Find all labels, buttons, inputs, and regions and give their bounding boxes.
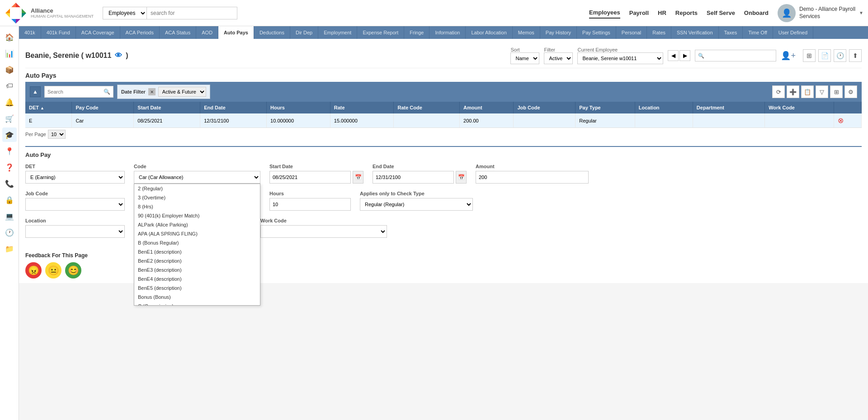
visibility-icon[interactable]: 👁 (115, 52, 122, 60)
global-search-input[interactable] (147, 7, 237, 19)
tab-ssn-verification[interactable]: SSN Verification (671, 26, 718, 39)
tab-pay-history[interactable]: Pay History (540, 26, 577, 39)
applies-select[interactable]: Regular (Regular) (360, 198, 473, 211)
user-dropdown-icon[interactable]: ▼ (859, 10, 863, 15)
amount-input[interactable] (476, 171, 589, 184)
start-date-input[interactable] (269, 171, 351, 184)
grid-view-button[interactable]: ⊞ (803, 49, 816, 62)
tab-dir-dep[interactable]: Dir Dep (290, 26, 318, 39)
table-search-input[interactable] (47, 89, 102, 94)
col-header-det[interactable]: DET ▲ (25, 102, 72, 113)
nav-onboard[interactable]: Onboard (744, 8, 769, 18)
hours-input[interactable] (269, 198, 351, 211)
code-select[interactable]: Car (Car Allowance) (134, 171, 260, 184)
sidebar-archive-icon[interactable]: 📁 (2, 241, 17, 256)
tab-taxes[interactable]: Taxes (719, 26, 743, 39)
col-header-rate-code[interactable]: Rate Code (394, 102, 460, 113)
sidebar-cart-icon[interactable]: 🛒 (2, 111, 17, 126)
dropdown-item[interactable]: BenE3 (description) (134, 265, 260, 274)
feedback-sad-button[interactable]: 😠 (25, 262, 42, 278)
dropdown-item[interactable]: ALPark (Alice Parking) (134, 220, 260, 229)
date-filter-select[interactable]: Active & Future (158, 87, 206, 97)
sidebar-phone-icon[interactable]: 📞 (2, 176, 17, 191)
tab-401k[interactable]: 401k (19, 26, 41, 39)
sidebar-box-icon[interactable]: 📦 (2, 62, 17, 77)
sidebar-monitor-icon[interactable]: 💻 (2, 209, 17, 223)
job-code-select[interactable] (25, 198, 125, 211)
dropdown-item[interactable]: C (Commission) (134, 302, 260, 306)
col-header-hours[interactable]: Hours (267, 102, 330, 113)
nav-reports[interactable]: Reports (675, 8, 698, 18)
location-select[interactable] (25, 225, 125, 238)
date-filter-close-button[interactable]: ✕ (148, 88, 156, 95)
dropdown-item[interactable]: 3 (Overtime) (134, 193, 260, 202)
dropdown-item[interactable]: BenE1 (description) (134, 247, 260, 256)
tab-employment[interactable]: Employment (318, 26, 357, 39)
sidebar-location-icon[interactable]: 📍 (2, 144, 17, 158)
document-view-button[interactable]: 📄 (818, 49, 831, 62)
feedback-happy-button[interactable]: 😊 (65, 262, 81, 278)
tab-aod[interactable]: AOD (196, 26, 218, 39)
table-search-icon[interactable]: 🔍 (104, 89, 110, 95)
nav-payroll[interactable]: Payroll (629, 8, 649, 18)
col-header-pay-code[interactable]: Pay Code (72, 102, 134, 113)
col-header-work-code[interactable]: Work Code (765, 102, 834, 113)
sort-select[interactable]: Name (510, 52, 539, 64)
settings-button[interactable]: ⚙ (844, 85, 857, 98)
export-button[interactable]: 📋 (801, 85, 814, 98)
refresh-table-button[interactable]: ⟳ (772, 85, 785, 98)
col-header-job-code[interactable]: Job Code (514, 102, 576, 113)
sidebar-clock-icon[interactable]: 🕐 (2, 225, 17, 240)
tab-memos[interactable]: Memos (513, 26, 540, 39)
filter-button[interactable]: ▽ (816, 85, 828, 98)
tab-labor-allocation[interactable]: Labor Allocation (466, 26, 512, 39)
tab-aca-periods[interactable]: ACA Periods (120, 26, 160, 39)
tab-aca-status[interactable]: ACA Status (160, 26, 196, 39)
det-select[interactable]: E (Earning) (25, 171, 125, 184)
nav-hr[interactable]: HR (658, 8, 666, 18)
sidebar-tag-icon[interactable]: 🏷 (2, 79, 17, 93)
dropdown-item[interactable]: 90 (401(k) Employer Match) (134, 211, 260, 220)
tab-expense-report[interactable]: Expense Report (357, 26, 404, 39)
next-employee-button[interactable]: ▶ (679, 50, 690, 61)
code-dropdown-open[interactable]: 2 (Regular)3 (Overtime)8 (Hrs)90 (401(k)… (134, 184, 260, 306)
col-header-rate[interactable]: Rate (330, 102, 394, 113)
dropdown-item[interactable]: 2 (Regular) (134, 184, 260, 193)
sidebar-home-icon[interactable]: 🏠 (2, 30, 17, 44)
tab-fringe[interactable]: Fringe (404, 26, 429, 39)
col-header-end-date[interactable]: End Date (200, 102, 267, 113)
tab-401k-fund[interactable]: 401k Fund (41, 26, 76, 39)
add-employee-button[interactable]: 👤+ (781, 51, 796, 61)
dropdown-item[interactable]: APA (ALA SPRING FLING) (134, 229, 260, 238)
collapse-button[interactable]: ▲ (30, 86, 41, 97)
dropdown-item[interactable]: BenE2 (description) (134, 256, 260, 265)
sidebar-lock-icon[interactable]: 🔒 (2, 193, 17, 207)
dropdown-item[interactable]: B (Bonus Regular) (134, 238, 260, 247)
end-date-calendar-button[interactable]: 📅 (456, 171, 467, 184)
work-code-select[interactable] (260, 225, 387, 238)
dropdown-item[interactable]: Bonus (Bonus) (134, 293, 260, 302)
dropdown-item[interactable]: 8 (Hrs) (134, 202, 260, 211)
col-header-start-date[interactable]: Start Date (134, 102, 200, 113)
sidebar-question-icon[interactable]: ❓ (2, 160, 17, 175)
prev-employee-button[interactable]: ◀ (668, 50, 679, 61)
columns-button[interactable]: ⊞ (830, 85, 843, 98)
tab-rates[interactable]: Rates (647, 26, 671, 39)
start-date-calendar-button[interactable]: 📅 (353, 171, 363, 184)
tab-time-off[interactable]: Time Off (743, 26, 773, 39)
current-employee-select[interactable]: Beanie, Serenie w10011 (577, 52, 663, 64)
table-row[interactable]: ECar08/25/202112/31/210010.00000015.0000… (25, 113, 862, 128)
col-header-pay-type[interactable]: Pay Type (576, 102, 635, 113)
tab-aca-coverage[interactable]: ACA Coverage (76, 26, 120, 39)
end-date-input[interactable] (373, 171, 454, 184)
tab-user-defined[interactable]: User Defined (773, 26, 813, 39)
tab-auto-pays[interactable]: Auto Pays (218, 26, 254, 39)
history-button[interactable]: 🕐 (834, 49, 846, 62)
search-category-select[interactable]: Employees (103, 7, 147, 19)
filter-select[interactable]: Active (544, 52, 573, 64)
delete-row-button[interactable]: ⊗ (838, 116, 844, 125)
sidebar-bell-icon[interactable]: 🔔 (2, 95, 17, 109)
upload-button[interactable]: ⬆ (849, 49, 862, 62)
feedback-neutral-button[interactable]: 😐 (45, 262, 61, 278)
nav-employees[interactable]: Employees (589, 7, 620, 19)
